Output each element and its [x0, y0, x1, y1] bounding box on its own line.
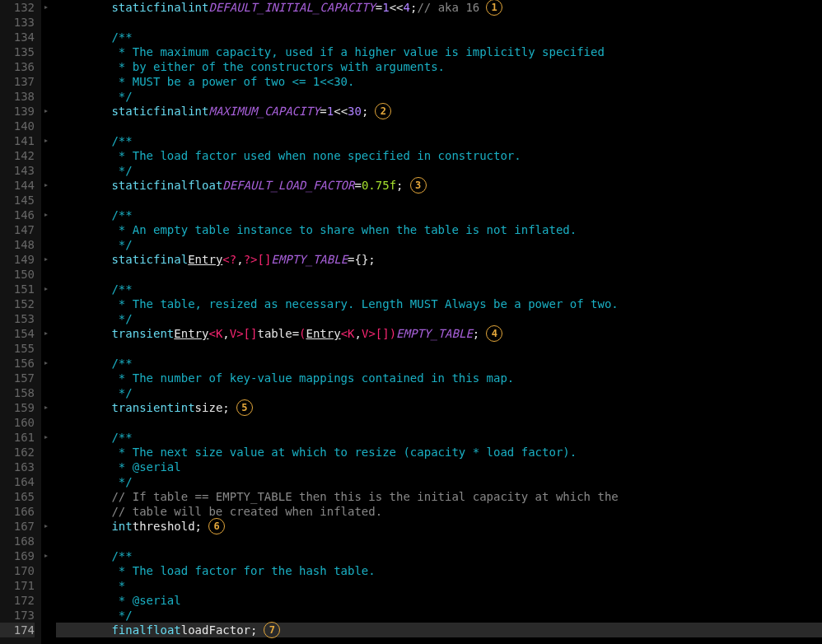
code-line[interactable]: // table will be created when inflated.: [56, 504, 822, 519]
code-line[interactable]: /**: [56, 30, 822, 44]
code-line[interactable]: /**: [56, 430, 822, 445]
line-number[interactable]: 171: [0, 578, 35, 593]
code-line[interactable]: /**: [56, 133, 822, 148]
code-line[interactable]: * The table, resized as necessary. Lengt…: [56, 296, 822, 311]
line-number[interactable]: 153: [0, 311, 35, 326]
code-line[interactable]: */: [56, 608, 822, 623]
code-line[interactable]: */: [56, 237, 822, 252]
code-line[interactable]: /**: [56, 548, 822, 563]
fold-bar[interactable]: [41, 0, 51, 644]
line-number[interactable]: 154: [0, 326, 35, 341]
code-line[interactable]: int threshold; 6: [56, 519, 822, 534]
line-number[interactable]: 172: [0, 593, 35, 608]
code-line[interactable]: transient int size; 5: [56, 400, 822, 415]
fold-toggle-icon[interactable]: [44, 553, 49, 558]
line-number[interactable]: 148: [0, 237, 35, 252]
line-number[interactable]: 133: [0, 15, 35, 30]
line-number[interactable]: 159: [0, 400, 35, 415]
code-line[interactable]: [56, 15, 822, 30]
line-number[interactable]: 162: [0, 445, 35, 460]
line-number[interactable]: 146: [0, 208, 35, 222]
line-number[interactable]: 161: [0, 430, 35, 445]
code-line[interactable]: /**: [56, 356, 822, 371]
line-number[interactable]: 141: [0, 133, 35, 148]
code-line[interactable]: * The next size value at which to resize…: [56, 445, 822, 460]
line-number[interactable]: 150: [0, 267, 35, 282]
fold-toggle-icon[interactable]: [44, 257, 49, 262]
line-number[interactable]: 140: [0, 119, 35, 133]
line-number[interactable]: 156: [0, 356, 35, 371]
line-number[interactable]: 151: [0, 282, 35, 296]
fold-toggle-icon[interactable]: [44, 109, 49, 114]
code-line[interactable]: */: [56, 385, 822, 400]
code-line[interactable]: [56, 534, 822, 548]
code-line[interactable]: transient Entry<K,V>[] table = (Entry<K,…: [56, 326, 822, 341]
code-line[interactable]: * An empty table instance to share when …: [56, 222, 822, 237]
line-number[interactable]: 137: [0, 74, 35, 89]
code-line[interactable]: *: [56, 578, 822, 593]
fold-toggle-icon[interactable]: [44, 212, 49, 217]
line-number[interactable]: 158: [0, 385, 35, 400]
line-number-gutter[interactable]: 1321331341351361371381391401411421431441…: [0, 0, 41, 644]
line-number[interactable]: 147: [0, 222, 35, 237]
line-number[interactable]: 152: [0, 296, 35, 311]
fold-toggle-icon[interactable]: [44, 524, 49, 529]
fold-toggle-icon[interactable]: [44, 183, 49, 188]
line-number[interactable]: 142: [0, 148, 35, 163]
code-area[interactable]: static final int DEFAULT_INITIAL_CAPACIT…: [51, 0, 822, 644]
line-number[interactable]: 169: [0, 548, 35, 563]
line-number[interactable]: 143: [0, 163, 35, 178]
code-line[interactable]: [56, 415, 822, 430]
code-line[interactable]: final float loadFactor; 7: [56, 623, 822, 637]
code-line[interactable]: * MUST be a power of two <= 1<<30.: [56, 74, 822, 89]
line-number[interactable]: 138: [0, 89, 35, 104]
line-number[interactable]: 157: [0, 371, 35, 385]
code-line[interactable]: */: [56, 89, 822, 104]
line-number[interactable]: 164: [0, 474, 35, 489]
code-line[interactable]: */: [56, 474, 822, 489]
line-number[interactable]: 134: [0, 30, 35, 44]
line-number[interactable]: 173: [0, 608, 35, 623]
line-number[interactable]: 139: [0, 104, 35, 119]
code-line[interactable]: static final float DEFAULT_LOAD_FACTOR =…: [56, 178, 822, 193]
line-number[interactable]: 132: [0, 0, 35, 15]
fold-toggle-icon[interactable]: [44, 405, 49, 410]
code-line[interactable]: // If table == EMPTY_TABLE then this is …: [56, 489, 822, 504]
fold-toggle-icon[interactable]: [44, 287, 49, 292]
code-line[interactable]: * by either of the constructors with arg…: [56, 59, 822, 74]
code-line[interactable]: static final int MAXIMUM_CAPACITY = 1 <<…: [56, 104, 822, 119]
line-number[interactable]: 167: [0, 519, 35, 534]
code-line[interactable]: [56, 193, 822, 208]
fold-toggle-icon[interactable]: [44, 138, 49, 143]
line-number[interactable]: 144: [0, 178, 35, 193]
line-number[interactable]: 168: [0, 534, 35, 548]
line-number[interactable]: 170: [0, 563, 35, 578]
code-line[interactable]: * @serial: [56, 460, 822, 474]
code-line[interactable]: /**: [56, 282, 822, 296]
fold-toggle-icon[interactable]: [44, 331, 49, 336]
line-number[interactable]: 149: [0, 252, 35, 267]
fold-toggle-icon[interactable]: [44, 435, 49, 440]
line-number[interactable]: 174: [0, 623, 35, 637]
line-number[interactable]: 155: [0, 341, 35, 356]
line-number[interactable]: 135: [0, 44, 35, 59]
line-number[interactable]: 145: [0, 193, 35, 208]
code-line[interactable]: * The load factor used when none specifi…: [56, 148, 822, 163]
code-line[interactable]: /**: [56, 208, 822, 222]
fold-toggle-icon[interactable]: [44, 361, 49, 366]
code-line[interactable]: */: [56, 311, 822, 326]
line-number[interactable]: 166: [0, 504, 35, 519]
code-editor[interactable]: 1321331341351361371381391401411421431441…: [0, 0, 822, 644]
code-line[interactable]: * The maximum capacity, used if a higher…: [56, 44, 822, 59]
fold-toggle-icon[interactable]: [44, 5, 49, 10]
code-line[interactable]: [56, 267, 822, 282]
line-number[interactable]: 136: [0, 59, 35, 74]
code-line[interactable]: static final int DEFAULT_INITIAL_CAPACIT…: [56, 0, 822, 15]
code-line[interactable]: * @serial: [56, 593, 822, 608]
code-line[interactable]: */: [56, 163, 822, 178]
code-line[interactable]: static final Entry<?,?>[] EMPTY_TABLE = …: [56, 252, 822, 267]
code-line[interactable]: [56, 341, 822, 356]
code-line[interactable]: * The number of key-value mappings conta…: [56, 371, 822, 385]
code-line[interactable]: * The load factor for the hash table.: [56, 563, 822, 578]
line-number[interactable]: 160: [0, 415, 35, 430]
